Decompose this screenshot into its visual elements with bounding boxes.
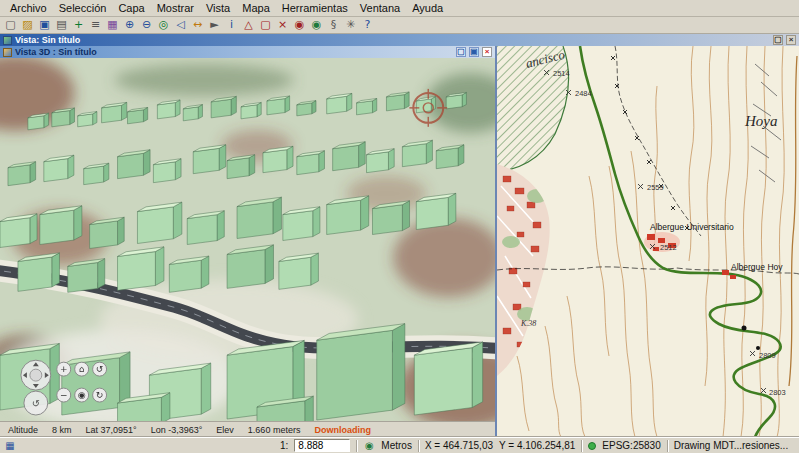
view3d-window-icon [3,48,12,57]
units-globe-icon: ◉ [363,440,375,452]
new-project-icon[interactable]: ▢ [3,18,18,33]
topo-map-graphic: ancisco 2514 2484 Hoya 2559 Albergue Uni… [497,46,799,437]
rotate-right-button-icon: ↻ [96,390,104,400]
settings-icon[interactable]: ✳ [343,18,358,33]
map-label-elev-2559: 2559 [647,183,664,192]
locate-icon[interactable]: ◉ [292,18,307,33]
vista-close-button[interactable]: × [786,35,796,45]
view3d-detach-button[interactable]: ▢ [456,47,466,57]
view3d-globe-icon[interactable]: ◉ [309,18,324,33]
downloading-status: Downloading [314,425,371,435]
map-label-elev-2803: 2803 [769,388,786,397]
select-icon[interactable]: ► [207,18,222,33]
statusbar-separator [581,440,582,452]
map-label-elev-2809: 2809 [759,351,776,360]
menu-capa[interactable]: Capa [112,1,150,15]
view3d-titlebar[interactable]: Vista 3D : Sin título ▢ ▣ × [0,46,495,58]
view3d-scene-graphic: ↺ + ⌂ ↺ − ◉ ↻ [0,58,495,421]
latitude-value: Lat 37,0951° [86,425,137,435]
statusbar-separator [667,440,668,452]
clear-selection-icon[interactable]: × [275,18,290,33]
open-project-icon[interactable]: ▨ [20,18,35,33]
epsg-code[interactable]: EPSG:25830 [602,440,660,451]
drawing-status-message: Drawing MDT...resiones... [674,440,788,451]
coordinate-x: X = 464.715,03 [425,440,493,451]
status-grid-icon[interactable]: ▦ [4,440,16,452]
pan-knob[interactable] [30,369,42,381]
view3d-window-title: Vista 3D : Sin título [15,47,97,57]
help-icon[interactable]: ? [360,18,375,33]
statusbar-separator [418,440,419,452]
menu-bar: ArchivoSelecciónCapaMostrarVistaMapaHerr… [0,0,799,17]
attribute-table-icon[interactable]: ▦ [105,18,120,33]
zoom-previous-icon[interactable]: ◁ [173,18,188,33]
view3d-status-bar: Altitude 8 km Lat 37,0951° Lon -3,3963° … [0,421,495,437]
center-view-button-icon: ◉ [78,390,86,400]
zoom-out-icon[interactable]: ⊖ [139,18,154,33]
menu-ayuda[interactable]: Ayuda [406,1,449,15]
view3d-maximize-button[interactable]: ▣ [469,47,479,57]
vista-restore-button[interactable]: ▢ [773,35,783,45]
view3d-scene-canvas[interactable]: ↺ + ⌂ ↺ − ◉ ↻ [0,58,495,421]
pan-icon[interactable]: ↔ [190,18,205,33]
menu-ventana[interactable]: Ventana [354,1,406,15]
zoom-full-icon[interactable]: ◎ [156,18,171,33]
map-label-elev-2514: 2514 [553,69,570,78]
zoom-out-button-icon: − [60,390,68,400]
coordinate-y: Y = 4.106.254,81 [499,440,575,451]
menu-mapa[interactable]: Mapa [236,1,276,15]
zoom-in-icon[interactable]: ⊕ [122,18,137,33]
menu-vista[interactable]: Vista [200,1,236,15]
map-view-canvas[interactable]: ancisco 2514 2484 Hoya 2559 Albergue Uni… [497,46,799,437]
save-project-icon[interactable]: ▣ [37,18,52,33]
vista-window-title: Vista: Sin título [15,35,80,45]
map-label-albergue-universitario: Albergue Universitario [650,222,734,232]
print-icon[interactable]: ▤ [54,18,69,33]
menu-seleccion[interactable]: Selección [53,1,113,15]
rotate-ring-icon: ↺ [32,398,40,409]
vista-window-titlebar[interactable]: Vista: Sin título ▢ × [0,34,799,46]
crs-status-icon[interactable] [588,442,596,450]
view3d-window: Vista 3D : Sin título ▢ ▣ × [0,46,497,437]
statusbar-separator [356,440,357,452]
mdi-content-area: ancisco 2514 2484 Hoya 2559 Albergue Uni… [0,46,799,437]
layers-icon[interactable]: ≡ [88,18,103,33]
map-label-k38: K.38 [520,319,536,328]
altitude-value: 8 km [52,425,72,435]
map-label-elev-2484: 2484 [575,89,592,98]
map-label-elev-2512: 2512 [660,243,677,252]
menu-archivo[interactable]: Archivo [4,1,53,15]
map-label-hoya: Hoya [744,113,778,129]
selection-rect-icon[interactable]: ▢ [258,18,273,33]
vista-window-icon [3,36,12,45]
application-status-bar: ▦ 1: ◉ Metros X = 464.715,03 Y = 4.106.2… [0,437,799,453]
scripts-icon[interactable]: § [326,18,341,33]
add-layer-icon[interactable]: + [71,18,86,33]
longitude-value: Lon -3,3963° [151,425,203,435]
elevation-label: Elev [216,425,234,435]
menu-herramientas[interactable]: Herramientas [276,1,354,15]
map-label-albergue-hoya: Albergue Hoy [731,262,783,272]
info-icon[interactable]: i [224,18,239,33]
home-view-button-icon: ⌂ [79,364,85,374]
scale-label: 1: [280,440,288,451]
altitude-label: Altitude [8,425,38,435]
gvsig-application-window: ArchivoSelecciónCapaMostrarVistaMapaHerr… [0,0,799,453]
scale-input[interactable] [294,439,350,452]
rotate-left-button-icon: ↺ [96,364,104,374]
menu-mostrar[interactable]: Mostrar [151,1,200,15]
units-value: Metros [381,440,412,451]
toolbar: ▢▨▣▤+≡▦⊕⊖◎◁↔►i△▢×◉◉§✳? [0,17,799,34]
measure-icon[interactable]: △ [241,18,256,33]
view3d-close-button[interactable]: × [482,47,492,57]
zoom-in-button-icon: + [60,364,68,374]
elevation-value: 1.660 meters [248,425,301,435]
